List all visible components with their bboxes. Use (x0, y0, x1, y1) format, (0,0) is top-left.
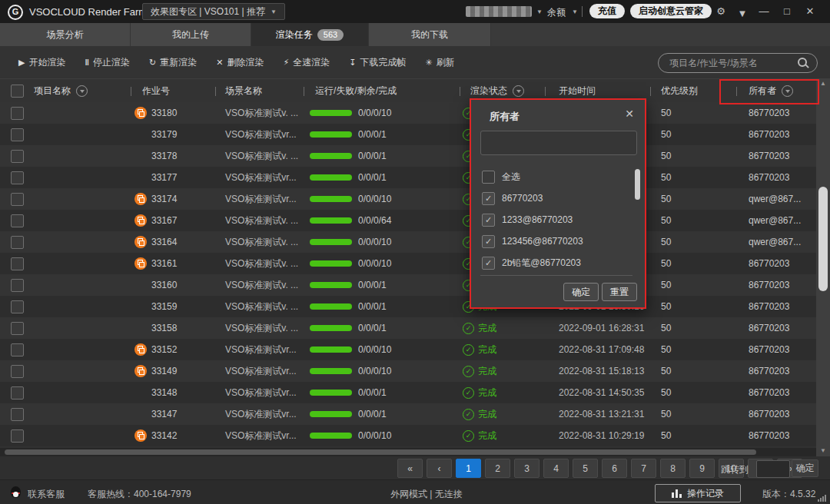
page-button-7[interactable]: 7 (631, 459, 656, 478)
page-button-1[interactable]: 1 (456, 459, 481, 478)
search-input[interactable] (659, 58, 797, 68)
select-all-checkbox[interactable] (11, 85, 24, 98)
row-checkbox[interactable] (11, 214, 24, 227)
tab-my-downloads[interactable]: 我的下载 (369, 23, 491, 46)
vertical-scrollbar-thumb[interactable] (818, 187, 828, 291)
popup-close-icon[interactable]: ✕ (625, 108, 634, 120)
rerender-button[interactable]: ↻ 重新渲染 (149, 56, 197, 69)
contact-support-link[interactable]: 联系客服 (28, 488, 65, 501)
launch-cloud-manager-button[interactable]: 启动创意云管家 (630, 4, 712, 18)
table-row[interactable]: 33159 VSO标准测试v. ... 0/0/0/1 ✓ 完成 2022-09… (0, 296, 816, 317)
row-checkbox[interactable] (11, 343, 24, 356)
popup-reset-button[interactable]: 重置 (602, 283, 637, 301)
row-checkbox[interactable] (11, 107, 24, 120)
table-row[interactable]: 33147 VSO标准测试vr... 0/0/0/1 ✓ 完成 2022-08-… (0, 403, 816, 425)
row-checkbox[interactable] (11, 171, 24, 184)
page-button-5[interactable]: 5 (573, 459, 598, 478)
row-checkbox[interactable] (11, 365, 24, 378)
option-checkbox[interactable]: ✓ (482, 192, 495, 205)
page-button-9[interactable]: 9 (689, 459, 715, 478)
row-checkbox[interactable] (11, 429, 24, 443)
project-filter-icon[interactable] (76, 85, 88, 97)
table-row[interactable]: 33177 VSO标准测试vr... 0/0/0/1 ✓ 完成 50 86770… (0, 167, 816, 188)
row-checkbox[interactable] (11, 386, 24, 400)
operation-log-button[interactable]: 操作记录 (655, 484, 741, 502)
balance-caret-icon[interactable]: ▼ (572, 8, 578, 15)
table-row[interactable]: 33152 VSO标准测试vr... 0/0/0/10 ✓ 完成 2022-08… (0, 339, 816, 360)
maximize-button[interactable]: □ (779, 5, 795, 17)
option-checkbox[interactable]: ✓ (482, 235, 495, 248)
owner-filter-option[interactable]: ✓ 2b铅笔@86770203 (471, 252, 645, 274)
table-row[interactable]: 33148 VSO标准测试vr... 0/0/0/1 ✓ 完成 2022-08-… (0, 382, 816, 403)
owner-filter-option[interactable]: ✓ 1233@86770203 (471, 209, 645, 230)
table-row[interactable]: 33178 VSO标准测试v. ... 0/0/0/1 ✓ 完成 50 8677… (0, 145, 816, 167)
start-render-button[interactable]: ▶ 开始渲染 (18, 56, 65, 69)
select-all-option[interactable]: 全选 (471, 166, 645, 187)
select-all-checkbox[interactable] (482, 171, 495, 184)
table-row[interactable]: 33142 VSO标准测试vr... 0/0/0/10 ✓ 完成 2022-08… (0, 425, 816, 446)
table-row[interactable]: 33164 VSO标准测试v. ... 0/0/0/10 ✓ 完成 50 qwe… (0, 231, 816, 253)
owner-filter-option[interactable]: ✓ 86770203 (471, 187, 645, 209)
page-button-2[interactable]: 2 (485, 459, 510, 478)
prev-page-button[interactable]: ‹ (427, 459, 452, 478)
stop-render-button[interactable]: ‖ 停止渲染 (85, 56, 129, 69)
tab-render-tasks[interactable]: 渲染任务 563 (251, 23, 369, 46)
search-icon[interactable] (797, 57, 809, 69)
table-row[interactable]: 33160 VSO标准测试v. ... 0/0/0/1 ✓ 完成 50 8677… (0, 274, 816, 296)
tab-scene-analysis[interactable]: 场景分析 (0, 23, 131, 46)
balance-label[interactable]: 余额 (547, 6, 566, 19)
close-button[interactable]: ✕ (802, 5, 818, 17)
table-row[interactable]: 33180 VSO标准测试v. ... 0/0/0/10 ✓ 完成 50 867… (0, 102, 816, 124)
horizontal-scrollbar-thumb[interactable] (5, 449, 756, 455)
owner-filter-option[interactable]: ✓ 123456@86770203 (471, 230, 645, 252)
window-dropdown-icon[interactable]: ▼ (735, 8, 750, 19)
scene-name: VSO标准测试v. ... (225, 322, 298, 335)
table-row[interactable]: 33149 VSO标准测试vr... 0/0/0/10 ✓ 完成 2022-08… (0, 360, 816, 382)
option-checkbox[interactable]: ✓ (482, 214, 495, 227)
vertical-scrollbar[interactable]: ▲ ▼ (816, 78, 830, 456)
first-page-button[interactable]: « (397, 459, 423, 478)
row-checkbox[interactable] (11, 279, 24, 292)
page-button-6[interactable]: 6 (602, 459, 627, 478)
option-checkbox[interactable]: ✓ (482, 257, 495, 270)
page-button-8[interactable]: 8 (660, 459, 686, 478)
scroll-down-icon[interactable]: ▼ (816, 446, 830, 456)
owner-filter-search-input[interactable] (480, 131, 637, 155)
username-blurred[interactable] (466, 6, 532, 17)
row-checkbox[interactable] (11, 300, 24, 313)
operation-log-label: 操作记录 (687, 487, 724, 500)
delete-render-button[interactable]: ✕ 删除渲染 (216, 56, 264, 69)
jump-page-input[interactable] (756, 460, 790, 478)
row-checkbox[interactable] (11, 257, 24, 270)
horizontal-scrollbar[interactable] (0, 448, 816, 456)
popup-scrollbar-thumb[interactable] (635, 169, 640, 200)
row-checkbox[interactable] (11, 322, 24, 335)
gear-icon[interactable]: ⚙ (713, 5, 729, 17)
search-box[interactable] (658, 53, 818, 73)
qq-penguin-icon[interactable] (11, 486, 21, 498)
download-finished-frames-button[interactable]: ↧ 下载完成帧 (349, 56, 406, 69)
minimize-button[interactable]: — (756, 5, 772, 17)
pagination-bar: « ‹ 12345678910 › » 跳转到 确定 (0, 456, 830, 479)
page-button-4[interactable]: 4 (543, 459, 569, 478)
recharge-button[interactable]: 充值 (589, 4, 625, 18)
table-row[interactable]: 33179 VSO标准测试vr... 0/0/0/1 ✓ 完成 50 86770… (0, 124, 816, 145)
page-button-3[interactable]: 3 (514, 459, 540, 478)
table-row[interactable]: 33167 VSO标准测试v. ... 0/0/0/64 ✓ 完成 50 qwe… (0, 210, 816, 231)
row-checkbox[interactable] (11, 150, 24, 163)
tab-my-uploads[interactable]: 我的上传 (131, 23, 251, 46)
row-checkbox[interactable] (11, 236, 24, 249)
refresh-button[interactable]: ✳ 刷新 (425, 56, 454, 69)
row-checkbox[interactable] (11, 408, 24, 421)
popup-ok-button[interactable]: 确定 (563, 283, 599, 301)
table-row[interactable]: 33161 VSO标准测试v. ... 0/0/0/10 ✓ 完成 50 867… (0, 253, 816, 274)
table-row[interactable]: 33174 VSO标准测试vr... 0/0/0/10 ✓ 完成 50 qwer… (0, 188, 816, 210)
user-menu-caret-icon[interactable]: ▼ (536, 8, 543, 15)
table-row[interactable]: 33158 VSO标准测试v. ... 0/0/0/1 ✓ 完成 2022-09… (0, 317, 816, 339)
status-filter-icon[interactable] (513, 85, 524, 97)
row-checkbox[interactable] (11, 128, 24, 141)
row-checkbox[interactable] (11, 193, 24, 206)
full-speed-render-button[interactable]: ⚡ 全速渲染 (283, 56, 330, 69)
jump-confirm-button[interactable]: 确定 (792, 459, 818, 477)
zone-selector-dropdown[interactable]: 效果图专区 | VSO101 | 推荐 ▼ (142, 3, 285, 20)
